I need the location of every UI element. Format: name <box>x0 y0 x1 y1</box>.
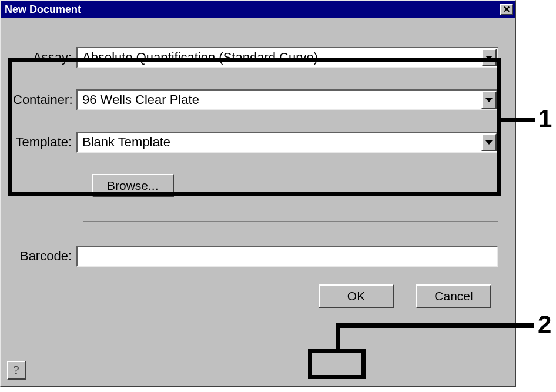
assay-dropdown[interactable]: Absolute Quantification (Standard Curve) <box>76 47 498 68</box>
browse-row: Browse... <box>92 174 498 197</box>
template-label: Template: <box>13 135 76 150</box>
annotation-label-2: 2 <box>538 310 551 339</box>
ok-button[interactable]: OK <box>319 284 394 308</box>
chevron-down-icon <box>485 140 493 145</box>
cancel-button[interactable]: Cancel <box>416 284 491 308</box>
container-dropdown-button[interactable] <box>481 91 497 109</box>
close-button[interactable]: ✕ <box>500 4 513 15</box>
template-row: Template: Blank Template <box>13 132 498 153</box>
close-icon: ✕ <box>503 4 511 15</box>
barcode-input[interactable] <box>76 246 498 267</box>
template-value: Blank Template <box>78 135 481 150</box>
annotation-label-1: 1 <box>538 105 552 133</box>
barcode-row: Barcode: <box>13 246 498 267</box>
divider <box>83 221 498 222</box>
browse-button[interactable]: Browse... <box>92 174 174 197</box>
chevron-down-icon <box>485 98 493 102</box>
container-dropdown[interactable]: 96 Wells Clear Plate <box>76 89 498 110</box>
help-icon: ? <box>14 363 19 378</box>
assay-row: Assay: Absolute Quantification (Standard… <box>13 47 498 68</box>
help-button[interactable]: ? <box>7 361 26 380</box>
assay-value: Absolute Quantification (Standard Curve) <box>78 50 481 65</box>
window-title: New Document <box>5 4 81 16</box>
assay-label: Assay: <box>13 50 76 65</box>
new-document-dialog: New Document ✕ Assay: Absolute Quantific… <box>0 0 516 387</box>
template-dropdown[interactable]: Blank Template <box>76 132 498 153</box>
container-label: Container: <box>13 92 76 108</box>
barcode-label: Barcode: <box>13 249 76 264</box>
assay-dropdown-button[interactable] <box>481 49 497 66</box>
titlebar: New Document ✕ <box>1 1 515 18</box>
container-row: Container: 96 Wells Clear Plate <box>13 89 498 110</box>
chevron-down-icon <box>485 56 493 60</box>
container-value: 96 Wells Clear Plate <box>78 92 481 108</box>
template-dropdown-button[interactable] <box>481 133 497 151</box>
dialog-button-row: OK Cancel <box>13 284 498 308</box>
dialog-content: Assay: Absolute Quantification (Standard… <box>1 18 515 320</box>
